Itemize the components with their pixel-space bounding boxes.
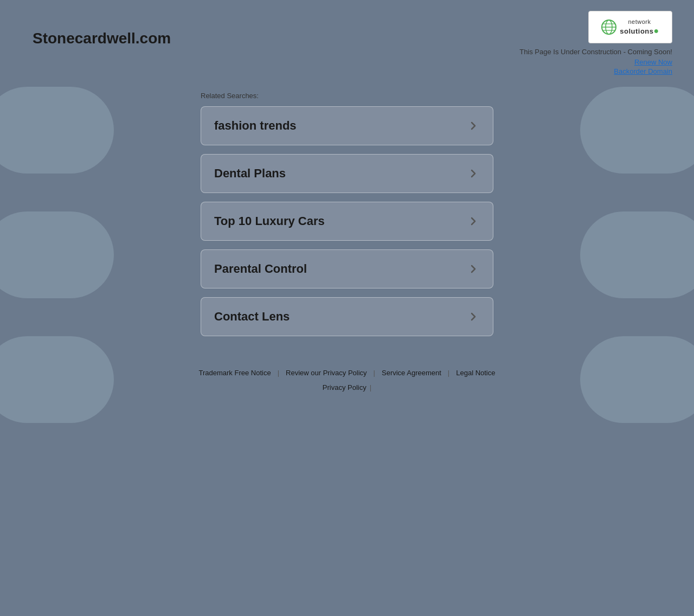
page-header: Stonecardwell.com network solutions● Thi… <box>0 0 694 81</box>
construction-status: This Page Is Under Construction - Coming… <box>519 48 672 56</box>
related-searches-label: Related Searches: <box>201 92 493 100</box>
header-action-links: Renew Now Backorder Domain <box>614 58 672 75</box>
privacy-policy-link[interactable]: Privacy Policy <box>323 383 367 392</box>
ns-logo-bottom-text: solutions● <box>620 25 659 36</box>
footer-privacy-row: Privacy Policy | <box>0 383 694 392</box>
header-right-section: network solutions● This Page Is Under Co… <box>519 11 672 75</box>
footer-link[interactable]: Service Agreement <box>375 369 448 377</box>
ns-logo-top-text: network <box>628 18 651 25</box>
backorder-domain-link[interactable]: Backorder Domain <box>614 67 672 75</box>
footer-links-row: Trademark Free Notice|Review our Privacy… <box>0 369 694 377</box>
search-item[interactable]: Parental Control <box>201 249 493 288</box>
search-item[interactable]: Top 10 Luxury Cars <box>201 202 493 241</box>
site-domain[interactable]: Stonecardwell.com <box>33 30 171 47</box>
search-items-list: fashion trendsDental PlansTop 10 Luxury … <box>201 106 493 336</box>
network-solutions-logo[interactable]: network solutions● <box>588 11 672 43</box>
chevron-right-icon <box>467 262 480 275</box>
globe-icon <box>601 20 616 35</box>
search-item[interactable]: Dental Plans <box>201 154 493 193</box>
footer-link[interactable]: Legal Notice <box>449 369 502 377</box>
search-item-text: fashion trends <box>214 119 297 133</box>
decorative-pill <box>0 87 114 174</box>
decorative-pill <box>580 211 694 298</box>
decorative-pill <box>580 87 694 174</box>
search-item-text: Parental Control <box>214 262 307 276</box>
chevron-right-icon <box>467 119 480 132</box>
main-content: Related Searches: fashion trendsDental P… <box>190 92 504 336</box>
footer-link[interactable]: Trademark Free Notice <box>192 369 277 377</box>
search-item[interactable]: fashion trends <box>201 106 493 145</box>
chevron-right-icon <box>467 215 480 228</box>
chevron-right-icon <box>467 167 480 180</box>
search-item-text: Top 10 Luxury Cars <box>214 214 325 228</box>
decorative-pill <box>0 211 114 298</box>
search-item-text: Contact Lens <box>214 310 290 324</box>
page-footer: Trademark Free Notice|Review our Privacy… <box>0 369 694 402</box>
search-item[interactable]: Contact Lens <box>201 297 493 336</box>
footer-privacy-sep: | <box>370 383 371 392</box>
search-item-text: Dental Plans <box>214 166 286 181</box>
renew-now-link[interactable]: Renew Now <box>634 58 672 66</box>
chevron-right-icon <box>467 310 480 323</box>
ns-logo-text: network solutions● <box>620 18 659 36</box>
footer-link[interactable]: Review our Privacy Policy <box>279 369 374 377</box>
ns-logo-dot: ● <box>654 26 659 35</box>
